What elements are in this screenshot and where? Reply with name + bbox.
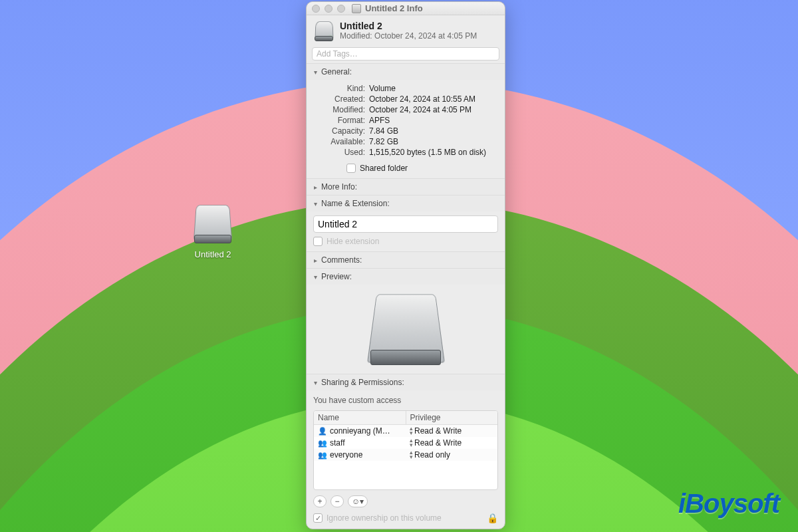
modified-key: Modified: [313,105,365,114]
capacity-key: Capacity: [313,126,365,136]
section-general-body: Kind: Volume Created: October 24, 2024 a… [307,80,505,178]
add-button[interactable]: + [313,495,327,507]
desktop-disk-label: Untitled 2 [186,249,239,259]
section-preview-header[interactable]: ▾ Preview: [307,268,505,285]
modified-value: October 24, 2024 at 4:05 PM [369,105,498,114]
zoom-icon[interactable] [337,5,345,13]
user-icon: 👥 [318,450,327,460]
name-input[interactable] [313,215,498,233]
section-label: General: [321,67,352,76]
remove-button[interactable]: − [331,495,344,507]
chevron-down-icon: ▾ [312,200,319,207]
format-key: Format: [313,116,365,125]
section-label: Preview: [321,272,352,281]
stepper-icon[interactable]: ▴▾ [410,450,413,460]
shared-folder-checkbox[interactable] [346,164,356,173]
window-title: Untitled 2 Info [365,3,423,13]
available-key: Available: [313,137,365,146]
section-moreinfo-header[interactable]: ▸ More Info: [307,178,505,195]
stepper-icon[interactable]: ▴▾ [410,438,413,448]
format-value: APFS [369,116,498,125]
kind-value: Volume [369,84,498,93]
chevron-down-icon: ▾ [312,273,319,281]
kind-key: Kind: [313,84,365,93]
hide-extension-label: Hide extension [327,237,379,246]
titlebar[interactable]: Untitled 2 Info [307,2,505,15]
table-row[interactable]: 👥staff▴▾Read & Write [314,437,497,449]
section-name-ext-body: Hide extension [307,211,505,251]
info-header: Untitled 2 Modified: October 24, 2024 at… [307,15,505,46]
section-sharing-header[interactable]: ▾ Sharing & Permissions: [307,374,505,390]
lock-icon[interactable]: 🔒 [487,513,498,523]
section-general-header[interactable]: ▾ General: [307,63,505,80]
permissions-table: Name Privilege 👤connieyang (M…▴▾Read & W… [313,410,498,490]
get-info-window: Untitled 2 Info Untitled 2 Modified: Oct… [306,1,505,529]
modified-label: Modified: [340,31,372,41]
perm-privilege[interactable]: Read & Write [414,426,462,436]
shared-folder-label: Shared folder [360,164,408,173]
perm-privilege[interactable]: Read & Write [414,438,462,448]
perm-name: connieyang (M… [330,426,390,436]
available-value: 7.82 GB [369,137,498,146]
created-value: October 24, 2024 at 10:55 AM [369,94,498,104]
modified-value: October 24, 2024 at 4:05 PM [374,31,477,41]
stepper-icon[interactable]: ▴▾ [410,426,413,436]
section-label: Sharing & Permissions: [321,378,404,387]
section-preview-body [307,285,505,374]
ignore-ownership-label: Ignore ownership on this volume [327,513,442,523]
section-name-ext-header[interactable]: ▾ Name & Extension: [307,195,505,211]
disk-icon [313,21,334,42]
column-header-privilege[interactable]: Privilege [406,411,498,424]
perm-name: everyone [330,450,362,460]
permissions-toolbar: + − ☺︎▾ [313,495,498,507]
used-value: 1,515,520 bytes (1.5 MB on disk) [369,148,498,157]
action-menu-button[interactable]: ☺︎▾ [348,495,368,507]
section-comments-header[interactable]: ▸ Comments: [307,251,505,268]
chevron-right-icon: ▸ [312,184,319,191]
chevron-down-icon: ▾ [312,379,319,386]
disk-icon [192,203,234,245]
permissions-note: You have custom access [313,394,498,405]
hide-extension-checkbox [313,237,323,246]
close-icon[interactable] [312,5,320,13]
perm-privilege[interactable]: Read only [414,450,450,460]
minimize-icon[interactable] [325,5,332,13]
perm-name: staff [330,438,344,448]
section-label: Name & Extension: [321,199,390,208]
section-sharing-body: You have custom access Name Privilege 👤c… [307,390,505,529]
table-row[interactable]: 👥everyone▴▾Read only [314,449,497,461]
desktop-disk-item[interactable]: Untitled 2 [186,203,239,259]
capacity-value: 7.84 GB [369,126,498,136]
created-key: Created: [313,94,365,104]
user-icon: 👤 [318,426,327,436]
traffic-lights [312,5,345,13]
tags-input[interactable]: Add Tags… [312,47,499,61]
volume-icon [352,4,361,13]
used-key: Used: [313,148,365,157]
info-name: Untitled 2 [340,21,477,31]
section-label: Comments: [321,255,362,265]
disk-icon [366,289,446,368]
ignore-ownership-checkbox [313,513,323,523]
column-header-name[interactable]: Name [314,411,406,424]
watermark-logo: iBoysoft [678,489,779,519]
chevron-down-icon: ▾ [312,68,319,76]
table-row[interactable]: 👤connieyang (M…▴▾Read & Write [314,425,497,437]
user-icon: 👥 [318,438,327,448]
section-label: More Info: [321,182,357,192]
chevron-right-icon: ▸ [312,257,319,264]
